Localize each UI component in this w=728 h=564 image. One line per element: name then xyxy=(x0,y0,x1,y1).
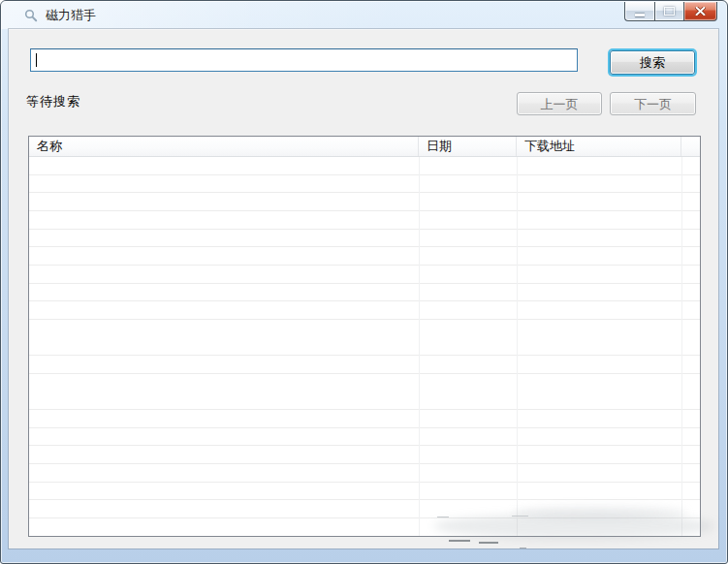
column-divider xyxy=(517,157,518,537)
table-body xyxy=(29,157,700,537)
next-page-button[interactable]: 下一页 xyxy=(610,92,696,115)
minimize-button[interactable] xyxy=(624,2,654,21)
watermark-artifact xyxy=(449,540,470,542)
maximize-button[interactable] xyxy=(654,2,684,21)
window-title: 磁力猎手 xyxy=(46,1,96,29)
column-divider xyxy=(681,157,682,537)
app-window: 磁力猎手 搜索 等待搜索 上一页 下一页 名称 xyxy=(0,0,728,564)
watermark-artifact xyxy=(520,548,526,548)
client-area: 搜索 等待搜索 上一页 下一页 名称 日期 下载地址 xyxy=(9,29,718,548)
column-header-name[interactable]: 名称 xyxy=(29,137,419,156)
prev-page-button[interactable]: 上一页 xyxy=(517,92,602,115)
caption-buttons xyxy=(624,2,717,21)
column-header-date[interactable]: 日期 xyxy=(419,137,517,156)
column-header-download[interactable]: 下载地址 xyxy=(517,137,681,156)
watermark-artifact xyxy=(513,506,687,519)
maximize-icon xyxy=(664,7,675,16)
table-header: 名称 日期 下载地址 xyxy=(29,137,700,157)
search-icon xyxy=(24,9,38,22)
search-input[interactable] xyxy=(30,48,578,72)
status-text: 等待搜索 xyxy=(26,93,80,110)
results-table: 名称 日期 下载地址 xyxy=(28,136,701,537)
search-button[interactable]: 搜索 xyxy=(610,50,695,75)
watermark-artifact xyxy=(437,517,449,517)
close-icon xyxy=(695,7,706,16)
titlebar[interactable]: 磁力猎手 xyxy=(1,1,727,29)
column-header-empty xyxy=(681,137,700,156)
column-divider xyxy=(419,157,420,537)
watermark-artifact xyxy=(512,516,528,517)
minimize-icon xyxy=(635,14,645,16)
close-button[interactable] xyxy=(684,2,717,21)
watermark-artifact xyxy=(479,542,498,544)
text-caret xyxy=(36,53,37,67)
